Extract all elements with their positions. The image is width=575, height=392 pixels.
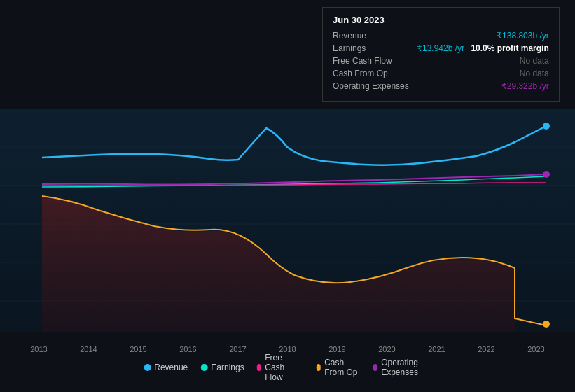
x-label-2014: 2014 bbox=[80, 345, 97, 354]
cash-from-op-row: Cash From Op No data bbox=[333, 69, 549, 78]
revenue-legend-label: Revenue bbox=[154, 363, 188, 372]
opex-row: Operating Expenses ₹29.322b /yr bbox=[333, 81, 549, 91]
revenue-dot bbox=[144, 364, 151, 371]
legend: Revenue Earnings Free Cash Flow Cash Fro… bbox=[144, 353, 431, 382]
chart-container: Jun 30 2023 Revenue ₹138.803b /yr Earnin… bbox=[0, 0, 575, 392]
fcf-value: No data bbox=[520, 56, 549, 66]
x-label-2013: 2013 bbox=[30, 345, 47, 354]
revenue-label: Revenue bbox=[333, 31, 417, 41]
svg-point-9 bbox=[543, 321, 550, 328]
opex-label: Operating Expenses bbox=[333, 81, 417, 91]
tooltip-box: Jun 30 2023 Revenue ₹138.803b /yr Earnin… bbox=[322, 7, 560, 102]
earnings-dot bbox=[200, 364, 207, 371]
x-label-2023: 2023 bbox=[527, 345, 544, 354]
earnings-value: ₹13.942b /yr 10.0% profit margin bbox=[417, 43, 549, 53]
earnings-row: Earnings ₹13.942b /yr 10.0% profit margi… bbox=[333, 43, 549, 53]
opex-value: ₹29.322b /yr bbox=[501, 81, 549, 91]
cash-from-op-legend-label: Cash From Op bbox=[324, 358, 360, 377]
earnings-label: Earnings bbox=[333, 43, 417, 53]
svg-point-7 bbox=[543, 122, 550, 130]
legend-opex[interactable]: Operating Expenses bbox=[373, 358, 431, 377]
chart-svg bbox=[0, 108, 575, 332]
revenue-row: Revenue ₹138.803b /yr bbox=[333, 31, 549, 41]
legend-earnings[interactable]: Earnings bbox=[200, 363, 244, 372]
profit-margin: 10.0% profit margin bbox=[471, 43, 548, 53]
opex-dot bbox=[373, 364, 378, 371]
fcf-dot bbox=[257, 364, 262, 371]
revenue-value: ₹138.803b /yr bbox=[497, 31, 549, 41]
svg-point-8 bbox=[543, 171, 550, 178]
opex-legend-label: Operating Expenses bbox=[381, 358, 431, 377]
legend-cash-from-op[interactable]: Cash From Op bbox=[317, 358, 361, 377]
cash-from-op-value: No data bbox=[520, 69, 549, 78]
fcf-label: Free Cash Flow bbox=[333, 56, 417, 66]
legend-fcf[interactable]: Free Cash Flow bbox=[257, 353, 304, 382]
cash-from-op-dot bbox=[317, 364, 321, 371]
x-label-2022: 2022 bbox=[478, 345, 494, 354]
tooltip-date: Jun 30 2023 bbox=[333, 15, 549, 25]
legend-revenue[interactable]: Revenue bbox=[144, 363, 188, 372]
earnings-legend-label: Earnings bbox=[211, 363, 244, 372]
fcf-legend-label: Free Cash Flow bbox=[265, 353, 303, 382]
cash-from-op-label: Cash From Op bbox=[333, 69, 417, 78]
fcf-row: Free Cash Flow No data bbox=[333, 56, 549, 66]
